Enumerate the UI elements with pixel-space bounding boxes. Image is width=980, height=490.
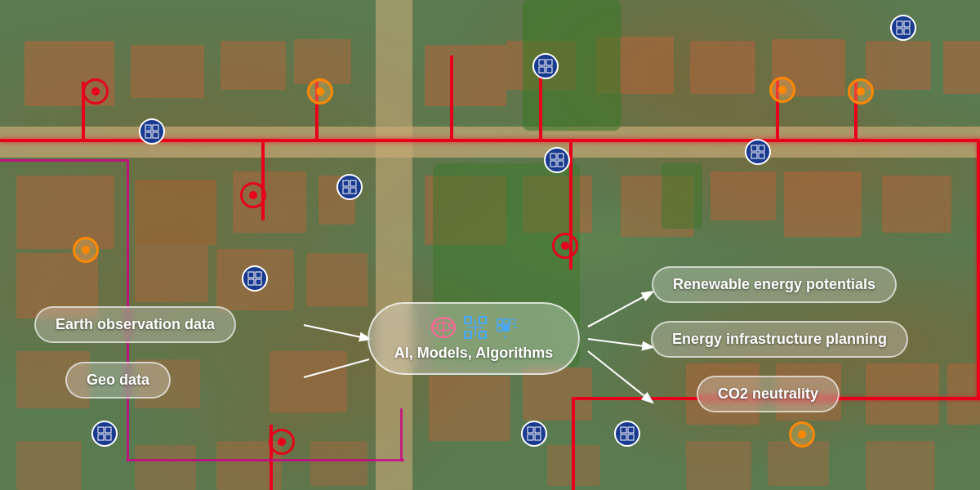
svg-rect-52 bbox=[479, 317, 486, 323]
building bbox=[306, 253, 368, 306]
svg-rect-25 bbox=[759, 153, 764, 158]
brain-icon bbox=[430, 316, 457, 339]
magenta-line bbox=[127, 459, 404, 461]
svg-rect-36 bbox=[621, 434, 626, 440]
building bbox=[135, 245, 208, 302]
solar-panel-icon bbox=[521, 421, 547, 447]
svg-rect-17 bbox=[546, 67, 552, 73]
svg-rect-20 bbox=[550, 161, 556, 167]
building bbox=[220, 41, 286, 90]
svg-rect-26 bbox=[98, 427, 104, 433]
building bbox=[943, 41, 980, 94]
energy-ring-icon bbox=[769, 77, 795, 103]
vertical-road bbox=[376, 0, 412, 490]
svg-rect-11 bbox=[256, 272, 261, 278]
renewable-energy-text: Renewable energy potentials bbox=[673, 276, 875, 292]
energy-ring-icon bbox=[848, 78, 874, 105]
svg-rect-60 bbox=[497, 326, 502, 331]
building bbox=[523, 368, 592, 421]
svg-rect-33 bbox=[535, 434, 541, 440]
energy-ring-icon bbox=[789, 421, 815, 448]
svg-rect-53 bbox=[465, 332, 471, 338]
svg-rect-18 bbox=[550, 154, 556, 159]
geo-data-label: Geo data bbox=[65, 362, 171, 399]
energy-infrastructure-text: Energy infrastructure planning bbox=[672, 331, 887, 347]
building bbox=[135, 180, 216, 245]
svg-rect-59 bbox=[510, 319, 515, 324]
svg-rect-12 bbox=[248, 279, 254, 285]
building bbox=[882, 176, 951, 233]
solar-panel-icon bbox=[745, 139, 771, 165]
svg-rect-32 bbox=[528, 434, 533, 440]
geo-data-text: Geo data bbox=[87, 372, 149, 388]
solar-panel-icon bbox=[544, 147, 570, 173]
main-scene: Earth observation data Geo data bbox=[0, 0, 980, 490]
building bbox=[310, 441, 368, 486]
energy-ring-icon bbox=[307, 78, 333, 105]
grid-target-icon bbox=[494, 316, 517, 339]
svg-rect-2 bbox=[145, 132, 151, 138]
svg-rect-54 bbox=[479, 332, 486, 338]
vegetation-area bbox=[662, 163, 702, 229]
building bbox=[131, 45, 204, 98]
building bbox=[425, 45, 506, 106]
svg-rect-9 bbox=[350, 188, 356, 194]
ai-models-label: AI, Models, Algorithms bbox=[368, 302, 580, 375]
building bbox=[270, 351, 347, 412]
building bbox=[686, 441, 751, 490]
energy-ring-icon bbox=[240, 182, 266, 208]
svg-rect-51 bbox=[465, 317, 471, 323]
solar-panel-icon bbox=[91, 421, 118, 447]
svg-rect-57 bbox=[497, 319, 502, 324]
svg-rect-58 bbox=[504, 319, 509, 324]
building bbox=[429, 376, 510, 441]
solar-panel-icon bbox=[890, 15, 916, 41]
svg-rect-8 bbox=[343, 188, 349, 194]
svg-rect-35 bbox=[628, 427, 634, 433]
svg-rect-3 bbox=[153, 132, 158, 138]
svg-rect-37 bbox=[628, 434, 634, 440]
co2-neutrality-text: CO2 neutrality bbox=[718, 385, 818, 402]
magenta-line bbox=[400, 408, 403, 461]
solar-panel-icon bbox=[614, 421, 640, 447]
svg-rect-6 bbox=[343, 180, 349, 186]
energy-ring-icon bbox=[73, 237, 99, 263]
svg-rect-39 bbox=[904, 21, 910, 27]
svg-rect-19 bbox=[558, 154, 564, 159]
building bbox=[710, 172, 776, 220]
building bbox=[866, 441, 935, 490]
building bbox=[784, 172, 862, 237]
svg-rect-10 bbox=[248, 272, 254, 278]
renewable-energy-label: Renewable energy potentials bbox=[652, 266, 897, 303]
svg-rect-61 bbox=[504, 326, 509, 331]
ai-label-text: AI, Models, Algorithms bbox=[392, 345, 555, 362]
svg-rect-31 bbox=[535, 427, 541, 433]
svg-rect-15 bbox=[546, 60, 552, 65]
svg-rect-21 bbox=[558, 161, 564, 167]
energy-ring-icon bbox=[552, 233, 578, 259]
building bbox=[547, 445, 600, 486]
earth-observation-text: Earth observation data bbox=[56, 316, 215, 332]
svg-rect-16 bbox=[539, 67, 545, 73]
building bbox=[947, 363, 980, 425]
solar-panel-icon bbox=[532, 53, 559, 79]
magenta-line bbox=[0, 159, 127, 162]
building bbox=[866, 41, 931, 90]
building bbox=[135, 445, 196, 490]
svg-rect-41 bbox=[904, 29, 910, 34]
energy-ring-icon bbox=[82, 78, 109, 105]
svg-rect-30 bbox=[528, 427, 533, 433]
scan-icon bbox=[463, 315, 488, 340]
svg-rect-29 bbox=[105, 434, 111, 440]
building bbox=[866, 363, 939, 425]
energy-infrastructure-label: Energy infrastructure planning bbox=[651, 321, 908, 358]
svg-rect-27 bbox=[105, 427, 111, 433]
svg-rect-34 bbox=[621, 427, 626, 433]
svg-point-50 bbox=[449, 323, 454, 328]
earth-observation-label: Earth observation data bbox=[34, 306, 236, 343]
svg-rect-38 bbox=[897, 21, 902, 27]
building bbox=[768, 441, 829, 486]
building bbox=[690, 41, 755, 94]
svg-rect-1 bbox=[153, 125, 158, 131]
svg-rect-23 bbox=[759, 145, 764, 151]
